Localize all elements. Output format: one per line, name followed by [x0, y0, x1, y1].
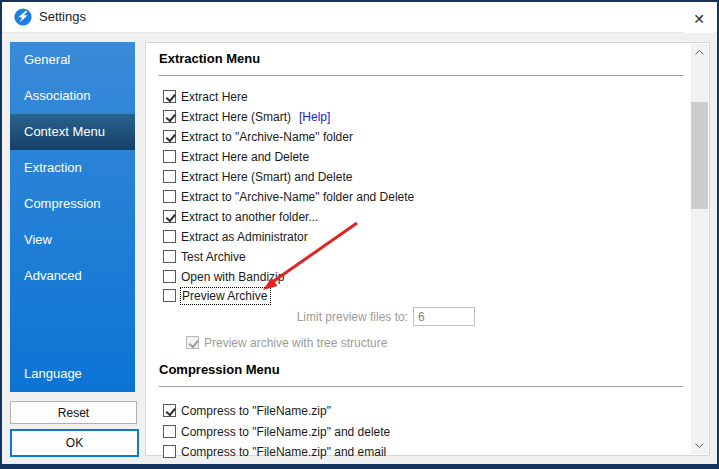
- reset-button[interactable]: Reset: [10, 401, 137, 424]
- sidebar-item-compression[interactable]: Compression: [10, 186, 135, 222]
- title-bar: Settings ✕: [2, 2, 717, 33]
- checkbox-label: Extract Here and Delete: [181, 150, 309, 164]
- scrollbar-down-icon[interactable]: [691, 437, 708, 454]
- sidebar-item-view[interactable]: View: [10, 222, 135, 258]
- sidebar-item-extraction[interactable]: Extraction: [10, 150, 135, 186]
- checkbox-row-compress-to-filename-zip[interactable]: Compress to "FileName.zip": [163, 403, 331, 418]
- checkbox-label: Extract Here: [181, 90, 248, 104]
- checkbox-label: Compress to "FileName.zip": [181, 404, 331, 418]
- checkbox-label: Extract Here (Smart) and Delete: [181, 170, 352, 184]
- checkbox[interactable]: [163, 445, 176, 458]
- checkbox-label: Extract to "Archive-Name" folder and Del…: [181, 190, 414, 204]
- limit-preview-files-input: [413, 307, 475, 326]
- checkbox-label: Extract to "Archive-Name" folder: [181, 130, 353, 144]
- checkbox[interactable]: [163, 289, 176, 302]
- checkbox[interactable]: [163, 110, 176, 123]
- settings-window: Settings ✕ General Association Context M…: [0, 0, 719, 469]
- section-divider: [159, 386, 683, 387]
- checkbox-row-extract-to-archive-name-folder[interactable]: Extract to "Archive-Name" folder: [163, 129, 353, 144]
- context-menu-settings-panel: Extraction Menu Extract Here Extract Her…: [145, 42, 710, 456]
- checkbox-label: Test Archive: [181, 250, 246, 264]
- checkbox-row-preview-archive[interactable]: Preview Archive: [163, 288, 270, 303]
- section-title-compression-menu: Compression Menu: [159, 362, 280, 377]
- checkbox-row-extract-here-and-delete[interactable]: Extract Here and Delete: [163, 149, 309, 164]
- checkbox-disabled: [186, 336, 199, 349]
- scrollbar[interactable]: [691, 44, 708, 454]
- checkbox[interactable]: [163, 404, 176, 417]
- checkbox-row-extract-as-administrator[interactable]: Extract as Administrator: [163, 229, 308, 244]
- checkbox-label: Compress to "FileName.zip" and delete: [181, 425, 390, 439]
- limit-preview-files-label: Limit preview files to:: [276, 307, 408, 328]
- checkbox-row-test-archive[interactable]: Test Archive: [163, 249, 246, 264]
- checkbox[interactable]: [163, 250, 176, 263]
- scrollbar-thumb[interactable]: [691, 102, 708, 209]
- checkbox-row-extract-to-archive-name-folder-and-delete[interactable]: Extract to "Archive-Name" folder and Del…: [163, 189, 414, 204]
- help-link[interactable]: [Help]: [299, 110, 330, 124]
- scrollbar-up-icon[interactable]: [691, 44, 708, 61]
- checkbox-row-preview-tree-structure: Preview archive with tree structure: [186, 335, 387, 350]
- checkbox-label-focused: Preview Archive: [181, 288, 270, 304]
- checkbox-label: Preview archive with tree structure: [204, 336, 387, 350]
- section-divider: [159, 75, 683, 76]
- checkbox[interactable]: [163, 270, 176, 283]
- checkbox[interactable]: [163, 210, 176, 223]
- sidebar-item-context-menu[interactable]: Context Menu: [10, 114, 135, 150]
- checkbox[interactable]: [163, 150, 176, 163]
- checkbox-label: Extract as Administrator: [181, 230, 308, 244]
- checkbox[interactable]: [163, 130, 176, 143]
- sidebar: General Association Context Menu Extract…: [10, 42, 135, 392]
- sidebar-item-language[interactable]: Language: [10, 356, 135, 392]
- checkbox[interactable]: [163, 425, 176, 438]
- checkbox-label: Extract Here (Smart): [181, 110, 291, 124]
- sidebar-item-association[interactable]: Association: [10, 78, 135, 114]
- ok-button[interactable]: OK: [10, 429, 139, 457]
- checkbox-row-extract-here[interactable]: Extract Here: [163, 89, 248, 104]
- checkbox-row-compress-and-email[interactable]: Compress to "FileName.zip" and email: [163, 444, 386, 459]
- checkbox-label: Extract to another folder...: [181, 210, 318, 224]
- checkbox-row-compress-and-delete[interactable]: Compress to "FileName.zip" and delete: [163, 424, 390, 439]
- checkbox-row-open-with-bandizip[interactable]: Open with Bandizip: [163, 269, 284, 284]
- checkbox[interactable]: [163, 170, 176, 183]
- bandizip-logo-icon: [14, 8, 32, 26]
- sidebar-item-advanced[interactable]: Advanced: [10, 258, 135, 294]
- checkbox[interactable]: [163, 230, 176, 243]
- checkbox-label: Open with Bandizip: [181, 270, 284, 284]
- checkbox-row-extract-here-smart[interactable]: Extract Here (Smart) [Help]: [163, 109, 330, 124]
- sidebar-item-general[interactable]: General: [10, 42, 135, 78]
- checkbox[interactable]: [163, 190, 176, 203]
- close-icon[interactable]: ✕: [683, 4, 715, 33]
- checkbox-row-extract-here-smart-and-delete[interactable]: Extract Here (Smart) and Delete: [163, 169, 352, 184]
- checkbox[interactable]: [163, 90, 176, 103]
- window-title: Settings: [39, 2, 86, 32]
- checkbox-row-extract-to-another-folder[interactable]: Extract to another folder...: [163, 209, 318, 224]
- section-title-extraction-menu: Extraction Menu: [159, 51, 260, 66]
- checkbox-label: Compress to "FileName.zip" and email: [181, 445, 386, 459]
